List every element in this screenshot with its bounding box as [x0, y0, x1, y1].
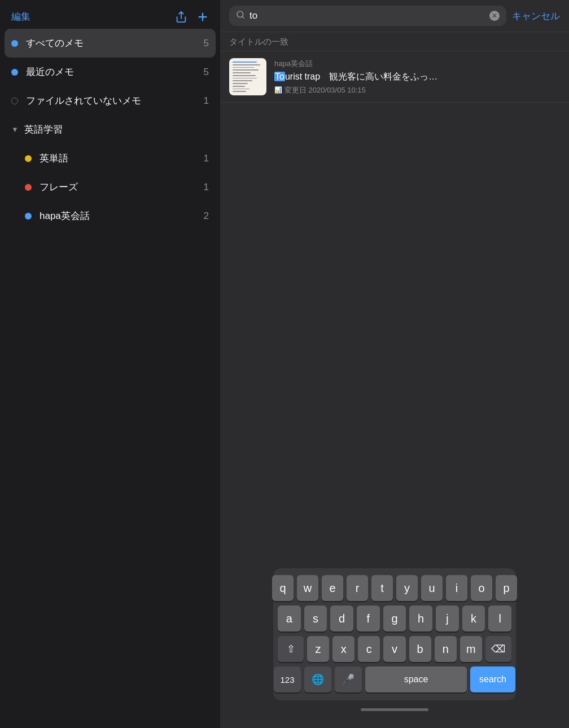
title-highlight: To	[274, 72, 285, 81]
keyboard-row-1: q w e r t y u i o p	[278, 575, 511, 601]
num-key[interactable]: 123	[274, 666, 301, 692]
unfiled-dot	[11, 98, 18, 104]
all-notes-label: すべてのメモ	[26, 37, 204, 50]
search-bar: ✕ キャンセル	[220, 0, 569, 32]
key-h[interactable]: h	[409, 606, 432, 631]
sidebar-item-recent-notes[interactable]: 最近のメモ 5	[0, 58, 220, 86]
result-item[interactable]: hapa英会話 Tourist trap 観光客に高い料金をふっ… 📊 変更日 …	[220, 51, 569, 103]
share-button[interactable]	[175, 11, 187, 23]
key-o[interactable]: o	[471, 575, 492, 601]
search-icon	[236, 10, 245, 21]
key-p[interactable]: p	[496, 575, 517, 601]
keyboard-area: q w e r t y u i o p a s d f g h j k	[220, 562, 569, 728]
result-title: Tourist trap 観光客に高い料金をふっ…	[274, 71, 560, 83]
group-chevron-icon: ▼	[11, 125, 19, 134]
key-s[interactable]: s	[304, 606, 327, 631]
key-e[interactable]: e	[322, 575, 343, 601]
hapa-label: hapa英会話	[40, 209, 204, 222]
result-thumbnail	[229, 58, 266, 95]
globe-key[interactable]: 🌐	[304, 666, 331, 692]
key-y[interactable]: y	[396, 575, 418, 601]
sidebar: 編集 すべてのメモ 5 最近のメモ 5	[0, 0, 220, 728]
key-a[interactable]: a	[278, 606, 301, 631]
unfiled-label: ファイルされていないメモ	[26, 94, 204, 107]
sidebar-item-hapa[interactable]: hapa英会話 2	[0, 201, 220, 230]
add-note-button[interactable]	[196, 11, 209, 23]
main-panel: ✕ キャンセル タイトルの一致	[220, 0, 569, 728]
svg-line-4	[242, 16, 244, 18]
keyboard-row-3: ⇧ z x c v b n m ⌫	[278, 636, 511, 662]
group-header-english[interactable]: ▼ 英語学習	[0, 115, 220, 144]
vocab-label: 英単語	[40, 152, 204, 165]
key-n[interactable]: n	[435, 636, 457, 662]
recent-notes-dot	[11, 69, 18, 76]
all-notes-dot	[11, 40, 18, 47]
shift-key[interactable]: ⇧	[278, 636, 304, 662]
result-content: hapa英会話 Tourist trap 観光客に高い料金をふっ… 📊 変更日 …	[274, 59, 560, 95]
recent-notes-label: 最近のメモ	[26, 65, 204, 78]
results-section-header: タイトルの一致	[220, 32, 569, 51]
key-w[interactable]: w	[297, 575, 318, 601]
title-suffix: urist trap 観光客に高い料金をふっ…	[285, 72, 437, 81]
result-date: 変更日 2020/03/05 10:15	[284, 85, 366, 95]
key-f[interactable]: f	[357, 606, 380, 631]
key-r[interactable]: r	[347, 575, 368, 601]
vocab-dot	[25, 155, 32, 162]
bar-chart-icon: 📊	[274, 86, 282, 94]
key-c[interactable]: c	[358, 636, 380, 662]
key-j[interactable]: j	[436, 606, 459, 631]
mic-key[interactable]: 🎤	[335, 666, 362, 692]
key-d[interactable]: d	[330, 606, 353, 631]
search-results: タイトルの一致 ha	[220, 32, 569, 562]
key-q[interactable]: q	[272, 575, 294, 601]
thumbnail-content	[229, 58, 266, 95]
group-label-english: 英語学習	[24, 123, 63, 136]
key-x[interactable]: x	[332, 636, 354, 662]
phrases-label: フレーズ	[40, 181, 204, 194]
key-g[interactable]: g	[383, 606, 406, 631]
key-b[interactable]: b	[409, 636, 431, 662]
search-input-wrapper: ✕	[229, 6, 506, 26]
key-l[interactable]: l	[488, 606, 511, 631]
edit-button[interactable]: 編集	[11, 10, 30, 23]
recent-notes-count: 5	[204, 67, 209, 78]
delete-key[interactable]: ⌫	[485, 636, 511, 662]
sidebar-item-all-notes[interactable]: すべてのメモ 5	[5, 29, 216, 58]
keyboard-row-4: 123 🌐 🎤 space search	[278, 666, 511, 692]
cancel-search-button[interactable]: キャンセル	[512, 10, 560, 23]
search-clear-button[interactable]: ✕	[489, 11, 500, 21]
home-indicator	[361, 708, 428, 711]
sidebar-item-unfiled[interactable]: ファイルされていないメモ 1	[0, 86, 220, 115]
hapa-dot	[25, 213, 32, 220]
key-z[interactable]: z	[307, 636, 329, 662]
sidebar-toolbar: 編集	[0, 0, 220, 29]
key-k[interactable]: k	[462, 606, 485, 631]
key-v[interactable]: v	[383, 636, 405, 662]
unfiled-count: 1	[204, 95, 209, 107]
key-t[interactable]: t	[371, 575, 393, 601]
phrases-dot	[25, 184, 32, 191]
result-meta: 📊 変更日 2020/03/05 10:15	[274, 85, 560, 95]
search-input[interactable]	[250, 10, 485, 21]
key-i[interactable]: i	[446, 575, 467, 601]
space-key[interactable]: space	[365, 666, 467, 692]
hapa-count: 2	[204, 210, 209, 222]
key-u[interactable]: u	[421, 575, 443, 601]
key-m[interactable]: m	[460, 636, 482, 662]
keyboard-row-2: a s d f g h j k l	[278, 606, 511, 631]
sidebar-item-vocab[interactable]: 英単語 1	[0, 144, 220, 173]
sidebar-list: すべてのメモ 5 最近のメモ 5 ファイルされていないメモ 1 ▼ 英語学習 英…	[0, 29, 220, 728]
result-folder: hapa英会話	[274, 59, 560, 69]
vocab-count: 1	[204, 153, 209, 164]
sidebar-item-phrases[interactable]: フレーズ 1	[0, 173, 220, 201]
search-button[interactable]: search	[470, 666, 515, 692]
keyboard: q w e r t y u i o p a s d f g h j k	[273, 568, 516, 700]
all-notes-count: 5	[204, 38, 209, 49]
phrases-count: 1	[204, 182, 209, 193]
